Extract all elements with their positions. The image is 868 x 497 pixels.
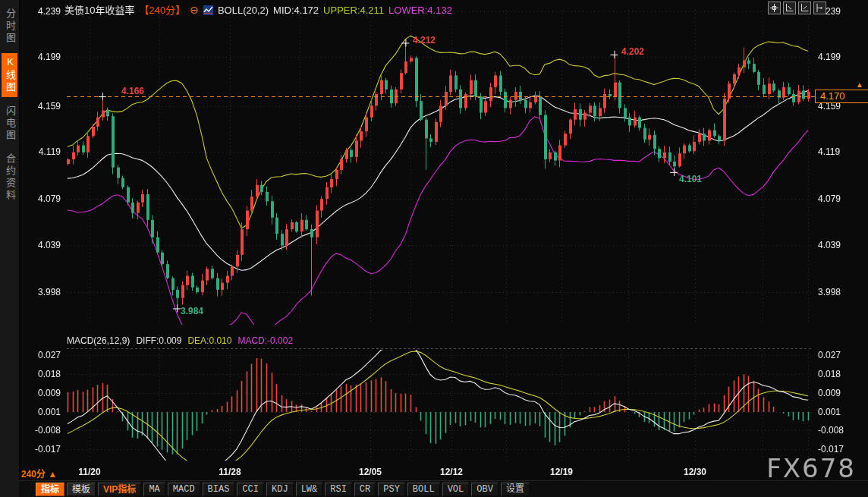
macd-dea-value: DEA:0.010: [187, 335, 231, 346]
chart-header: 美债10年收益率【240分】⊖BOLL(20,2)MID:4.172UPPER:…: [64, 2, 457, 17]
period-selector[interactable]: 240分 ▲: [21, 467, 57, 480]
x-axis-date-label: 12/19: [545, 467, 578, 477]
period-arrow-icon: ▲: [48, 469, 57, 480]
collapse-icon[interactable]: ⊖: [190, 4, 199, 16]
sidebar: 分时图 K线图 闪电图 合约资料: [0, 0, 20, 497]
price-label-low-4101: 4.101: [679, 174, 702, 184]
toolbar-button-indicator[interactable]: 指标: [36, 483, 64, 496]
toolbar-button-vol[interactable]: VOL: [442, 483, 470, 496]
toolbar-button-obv[interactable]: OBV: [471, 483, 498, 496]
chart-canvas[interactable]: [0, 0, 868, 497]
x-axis-date-label: 12/30: [678, 467, 712, 477]
boll-lower-value: LOWER:4.132: [388, 5, 452, 16]
x-axis-date-label: 11/20: [73, 467, 106, 477]
current-price-marker-icon: ▲: [856, 80, 863, 89]
toolbar-button-kdj[interactable]: KDJ: [266, 483, 294, 496]
macd-axis-label-left: -0.017: [21, 444, 61, 455]
toolbar-button-settings[interactable]: 设置: [501, 483, 530, 496]
axis-pan-icon[interactable]: [798, 2, 811, 14]
toolbar-button-cci[interactable]: CCI: [237, 483, 264, 496]
y-axis-label-right: 4.079: [818, 193, 862, 204]
macd-axis-label-right: 0.018: [818, 369, 862, 379]
macd-axis-label-right: -0.008: [818, 425, 862, 436]
boll-upper-value: UPPER:4.211: [323, 5, 384, 16]
macd-axis-label-left: 0.001: [21, 407, 61, 417]
y-axis-label-left: 4.079: [21, 193, 61, 204]
bottom-toolbar: 指标模板VIP指标MAMACDBIASCCIKDJLW&RSICRPSYBOLL…: [19, 480, 868, 497]
y-axis-label-left: 4.039: [21, 240, 61, 250]
macd-axis-label-left: 0.027: [21, 350, 61, 360]
y-axis-label-left: 4.159: [21, 101, 61, 112]
toolbar-button-template[interactable]: 模板: [67, 483, 96, 496]
sidebar-item-contract-info[interactable]: 合约资料: [2, 150, 17, 205]
window-icon-group: [768, 2, 826, 14]
macd-diff-value: DIFF:0.009: [136, 335, 181, 346]
y-axis-label-right: 4.199: [818, 52, 862, 62]
toolbar-button-bias[interactable]: BIAS: [203, 483, 235, 496]
current-price-badge: 4.170: [815, 90, 868, 103]
instrument-title: 美债10年收益率: [64, 5, 134, 16]
macd-axis-label-right: 0.027: [818, 350, 862, 360]
price-label-high-4166: 4.166: [121, 86, 144, 96]
macd-axis-label-left: 0.009: [21, 388, 61, 398]
boll-label: BOLL(20,2): [218, 5, 269, 16]
toolbar-button-macd[interactable]: MACD: [168, 483, 200, 496]
y-axis-label-left: 4.239: [21, 6, 61, 17]
macd-axis-label-right: 0.009: [818, 388, 862, 398]
macd-label: MACD(26,12,9): [67, 335, 130, 346]
y-axis-label-right: 4.119: [818, 146, 862, 157]
crosshair-icon[interactable]: [768, 2, 781, 14]
y-axis-label-left: 4.199: [21, 52, 61, 62]
toolbar-button-ma[interactable]: MA: [143, 483, 165, 496]
chart-type-icon[interactable]: [203, 5, 213, 17]
y-axis-label-left: 4.119: [21, 146, 61, 157]
toolbar-button-lwr[interactable]: LW&: [296, 483, 323, 496]
macd-bar-value: MACD:-0.002: [237, 335, 293, 346]
axis-scale-icon[interactable]: [783, 2, 796, 14]
watermark: FX678: [766, 453, 856, 483]
toolbar-button-psy[interactable]: PSY: [378, 483, 405, 496]
price-label-high-4202: 4.202: [621, 46, 644, 57]
price-label-low-3984: 3.984: [181, 306, 203, 316]
macd-axis-label-left: 0.018: [21, 369, 61, 379]
toolbar-button-boll[interactable]: BOLL: [407, 483, 440, 496]
macd-axis-label-right: 0.001: [818, 407, 862, 417]
sidebar-item-flash-chart[interactable]: 闪电图: [2, 102, 17, 145]
right-edge-icon[interactable]: [813, 2, 826, 14]
macd-header: MACD(26,12,9)DIFF:0.009DEA:0.010MACD:-0.…: [67, 335, 299, 346]
toolbar-button-rsi[interactable]: RSI: [325, 483, 352, 496]
sidebar-item-timeline-chart[interactable]: 分时图: [2, 5, 17, 48]
y-axis-label-right: 3.998: [818, 287, 862, 297]
x-axis-date-label: 12/05: [354, 467, 387, 477]
macd-axis-label-left: -0.008: [21, 425, 61, 436]
y-axis-label-right: 4.039: [818, 240, 862, 250]
period-tag: 【240分】: [139, 5, 185, 16]
boll-mid-value: MID:4.172: [273, 5, 319, 16]
y-axis-label-left: 3.998: [21, 287, 61, 297]
price-label-high-4212: 4.212: [413, 35, 436, 46]
x-axis-date-label: 12/12: [435, 467, 468, 477]
x-axis-date-label: 11/28: [213, 467, 247, 477]
toolbar-button-vip-indicator[interactable]: VIP指标: [98, 483, 141, 496]
toolbar-button-cr[interactable]: CR: [354, 483, 376, 496]
sidebar-item-kline-chart[interactable]: K线图: [2, 53, 17, 97]
